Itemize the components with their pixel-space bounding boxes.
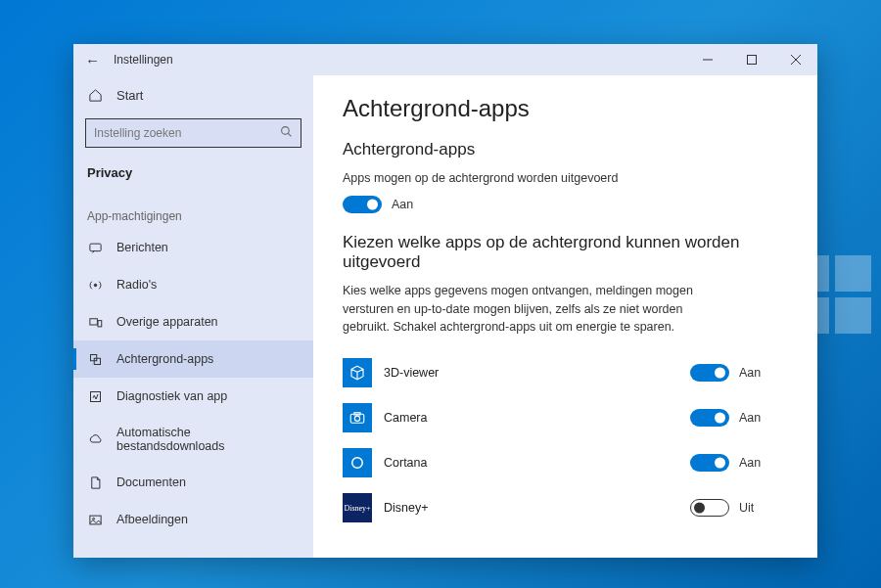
back-button[interactable]: ← bbox=[85, 52, 100, 68]
sidebar-item-label: Automatische bestandsdownloads bbox=[116, 426, 300, 453]
3d-viewer-icon bbox=[343, 358, 372, 387]
sidebar-item-label: Afbeeldingen bbox=[116, 513, 188, 526]
svg-point-18 bbox=[352, 458, 363, 469]
master-toggle-label: Aan bbox=[392, 198, 413, 211]
minimize-button[interactable] bbox=[685, 44, 729, 75]
section2-desc: Kies welke apps gegevens mogen ontvangen… bbox=[343, 282, 695, 337]
app-row-camera: Camera Aan bbox=[343, 395, 788, 440]
master-toggle-desc: Apps mogen op de achtergrond worden uitg… bbox=[343, 169, 695, 188]
sidebar-subheading: App-machtigingen bbox=[73, 190, 313, 229]
app-toggle-camera[interactable] bbox=[690, 409, 729, 427]
page-title: Achtergrond-apps bbox=[343, 95, 788, 122]
close-button[interactable] bbox=[773, 44, 817, 75]
app-toggle-3d-viewer[interactable] bbox=[690, 364, 729, 382]
app-toggle-label: Aan bbox=[739, 411, 761, 425]
message-icon bbox=[87, 240, 103, 255]
disney-icon: Disney+ bbox=[343, 493, 372, 522]
maximize-button[interactable] bbox=[729, 44, 773, 75]
diagnostics-icon bbox=[87, 388, 103, 404]
app-toggle-label: Aan bbox=[739, 366, 761, 380]
images-icon bbox=[87, 512, 103, 527]
svg-rect-8 bbox=[89, 318, 97, 324]
section-heading-2: Kiezen welke apps op de achtergrond kunn… bbox=[343, 233, 788, 272]
camera-icon bbox=[343, 403, 372, 432]
app-name: Disney+ bbox=[384, 501, 678, 515]
main-content: Achtergrond-apps Achtergrond-apps Apps m… bbox=[313, 75, 817, 558]
sidebar-item-afbeeldingen[interactable]: Afbeeldingen bbox=[73, 501, 313, 538]
sidebar-item-overige-apparaten[interactable]: Overige apparaten bbox=[73, 303, 313, 340]
home-label: Start bbox=[116, 88, 143, 103]
search-icon bbox=[280, 125, 293, 141]
home-icon bbox=[87, 87, 103, 103]
svg-rect-6 bbox=[89, 244, 100, 251]
sidebar-item-label: Diagnostiek van app bbox=[116, 389, 227, 403]
app-toggle-label: Aan bbox=[739, 456, 761, 470]
svg-rect-10 bbox=[90, 354, 96, 360]
background-apps-icon bbox=[87, 351, 103, 367]
app-row-cortana: Cortana Aan bbox=[343, 440, 788, 485]
app-list: 3D-viewer Aan Camera Aan bbox=[343, 350, 788, 530]
window-title: Instellingen bbox=[114, 53, 173, 67]
sidebar: Start Privacy App-machtigingen Berichten bbox=[73, 75, 313, 558]
sidebar-item-label: Berichten bbox=[116, 241, 168, 254]
sidebar-category: Privacy bbox=[73, 156, 313, 190]
sidebar-item-label: Radio's bbox=[116, 278, 157, 292]
sidebar-item-label: Achtergrond-apps bbox=[116, 352, 213, 366]
search-box[interactable] bbox=[85, 118, 301, 148]
svg-point-4 bbox=[282, 127, 290, 135]
sidebar-item-label: Documenten bbox=[116, 475, 186, 489]
cortana-icon bbox=[343, 448, 372, 477]
sidebar-item-achtergrond-apps[interactable]: Achtergrond-apps bbox=[73, 340, 313, 378]
home-button[interactable]: Start bbox=[73, 75, 313, 111]
sidebar-item-berichten[interactable]: Berichten bbox=[73, 229, 313, 266]
sidebar-item-downloads[interactable]: Automatische bestandsdownloads bbox=[73, 415, 313, 464]
sidebar-item-diagnostiek[interactable]: Diagnostiek van app bbox=[73, 378, 313, 415]
cloud-download-icon bbox=[87, 431, 103, 447]
settings-window: ← Instellingen Start bbox=[73, 44, 817, 558]
devices-icon bbox=[87, 314, 103, 330]
titlebar: ← Instellingen bbox=[73, 44, 817, 75]
svg-rect-11 bbox=[94, 358, 100, 364]
search-input[interactable] bbox=[94, 126, 280, 140]
app-name: Camera bbox=[384, 411, 678, 425]
app-toggle-cortana[interactable] bbox=[690, 454, 729, 472]
sidebar-item-documenten[interactable]: Documenten bbox=[73, 464, 313, 501]
sidebar-item-label: Overige apparaten bbox=[116, 315, 218, 329]
svg-rect-12 bbox=[90, 391, 100, 401]
svg-line-5 bbox=[288, 133, 291, 136]
app-toggle-label: Uit bbox=[739, 501, 754, 515]
svg-point-7 bbox=[94, 284, 97, 287]
radio-icon bbox=[87, 277, 103, 293]
master-toggle[interactable] bbox=[343, 196, 382, 213]
svg-rect-1 bbox=[747, 56, 756, 65]
app-toggle-disney[interactable] bbox=[690, 499, 729, 517]
app-row-disney: Disney+ Disney+ Uit bbox=[343, 485, 788, 530]
document-icon bbox=[87, 475, 103, 490]
svg-rect-9 bbox=[98, 320, 102, 326]
svg-point-16 bbox=[354, 416, 359, 421]
sidebar-item-radios[interactable]: Radio's bbox=[73, 266, 313, 303]
app-row-3d-viewer: 3D-viewer Aan bbox=[343, 350, 788, 395]
section-heading-1: Achtergrond-apps bbox=[343, 140, 788, 159]
app-name: Cortana bbox=[384, 456, 678, 470]
app-name: 3D-viewer bbox=[384, 366, 678, 380]
